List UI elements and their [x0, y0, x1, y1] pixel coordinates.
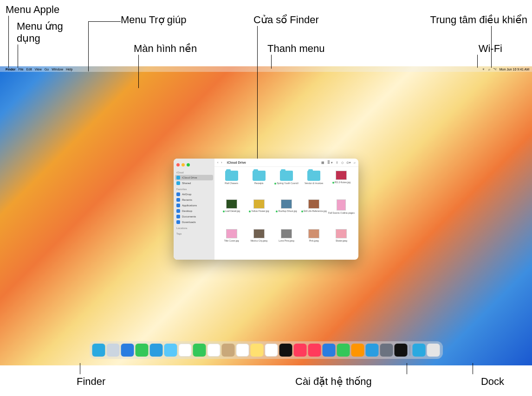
folder-icon	[253, 171, 266, 181]
file-label: Mexico City.jpeg	[251, 239, 267, 242]
file-item[interactable]: Still Life Reference.jpg	[301, 199, 327, 228]
file-item[interactable]: Yellow Flower.jpg	[246, 199, 272, 228]
dock-pages[interactable]	[351, 344, 364, 357]
img-icon	[336, 171, 347, 180]
desktop[interactable]: Finder File Edit View Go Window Help ᯤ ⌕…	[0, 66, 532, 365]
menu-file[interactable]: File	[18, 68, 23, 71]
dock-facetime[interactable]	[193, 344, 206, 357]
app-menu[interactable]: Finder	[6, 68, 15, 71]
minimize-button[interactable]	[182, 163, 185, 166]
dock-settings[interactable]	[380, 344, 393, 357]
spotlight-icon[interactable]: ⌕	[488, 68, 490, 71]
file-label: Lone Pine.jpeg	[279, 239, 294, 242]
dock-launchpad[interactable]	[107, 344, 120, 357]
file-item[interactable]: Mexico City.jpeg	[246, 229, 272, 256]
dock-calendar[interactable]	[208, 344, 221, 357]
sidebar-item-applications[interactable]: Applications	[174, 203, 214, 208]
file-item[interactable]: RD.2-Notes.jpg	[328, 171, 355, 198]
zoom-button[interactable]	[187, 163, 190, 166]
back-button[interactable]: ‹	[217, 161, 218, 164]
file-item[interactable]: Title Cover.jpg	[218, 229, 245, 256]
callout-dock: Dock	[481, 376, 504, 388]
dock-keynote[interactable]	[323, 344, 336, 357]
file-item[interactable]: Spring Youth Council	[273, 171, 299, 198]
file-item[interactable]: Rail Chasers	[218, 171, 245, 198]
dock-freeform[interactable]	[265, 344, 278, 357]
folder-icon	[307, 171, 320, 181]
file-label: Title Cover.jpg	[224, 239, 239, 242]
dock	[90, 341, 443, 359]
sidebar-item-documents[interactable]: Documents	[174, 214, 214, 219]
file-item[interactable]: Skater.jpeg	[328, 229, 355, 256]
tag-button[interactable]: ◇	[341, 161, 344, 165]
file-item[interactable]: Vendor & Invoices	[301, 171, 327, 198]
file-item[interactable]: Leaf Detail.jpg	[218, 199, 245, 228]
doc-icon	[337, 199, 346, 211]
finder-title: iCloud Drive	[227, 161, 246, 164]
callout-apple-menu: Menu Apple	[6, 4, 59, 16]
dock-appstore[interactable]	[366, 344, 379, 357]
menu-view[interactable]: View	[35, 68, 42, 71]
dock-photos[interactable]	[179, 344, 192, 357]
callout-app-menu: Menu ứng dụng	[17, 20, 63, 45]
img-icon	[336, 229, 347, 238]
img-icon	[308, 229, 319, 238]
datetime[interactable]: Mon Jun 10 9:41 AM	[500, 68, 529, 71]
group-button[interactable]: ≣ ▾	[327, 161, 333, 165]
sidebar-head-locations: Locations	[174, 225, 214, 230]
file-grid: Rail ChasersReceiptsSpring Youth Council…	[214, 167, 358, 260]
dock-maps[interactable]	[164, 344, 177, 357]
sidebar-head-tags: Tags	[174, 230, 214, 236]
wifi-icon[interactable]: ᯤ	[482, 68, 486, 71]
menu-go[interactable]: Go	[45, 68, 49, 71]
dock-messages[interactable]	[136, 344, 149, 357]
file-label: Fall Scents Outline.pages	[328, 211, 355, 214]
finder-toolbar: ‹ › iCloud Drive ▦ ≣ ▾ ⇪ ◇ ⊙▾ ⌕	[214, 159, 358, 167]
sidebar-item-shared[interactable]: Shared	[174, 180, 214, 186]
close-button[interactable]	[176, 163, 180, 166]
dock-mail[interactable]	[150, 344, 163, 357]
view-icons-button[interactable]: ▦	[321, 161, 324, 165]
sidebar-item-recents[interactable]: Recents	[174, 197, 214, 203]
sidebar-item-airdrop[interactable]: AirDrop	[174, 192, 214, 197]
dock-trash[interactable]	[427, 344, 440, 357]
search-button[interactable]: ⌕	[354, 161, 356, 164]
control-center-icon[interactable]: ⌥	[493, 67, 497, 71]
sidebar-item-downloads[interactable]: Downloads	[174, 219, 214, 225]
folder-icon	[225, 171, 238, 181]
callout-desktop: Màn hình nền	[134, 43, 197, 55]
img-icon	[281, 199, 292, 209]
dock-contacts[interactable]	[222, 344, 235, 357]
file-item[interactable]: Fall Scents Outline.pages	[328, 199, 355, 228]
dock-notes[interactable]	[251, 344, 264, 357]
file-label: Rail Chasers	[225, 182, 238, 185]
callout-menubar: Thanh menu	[267, 43, 325, 55]
finder-sidebar: iCloud iCloud Drive Shared Favorites Air…	[174, 159, 214, 260]
dock-safari[interactable]	[121, 344, 134, 357]
dock-finder[interactable]	[92, 344, 105, 357]
file-item[interactable]: Receipts	[246, 171, 272, 198]
callout-control-center: Trung tâm điều khiển	[430, 14, 527, 26]
share-button[interactable]: ⇪	[336, 161, 338, 165]
finder-main: ‹ › iCloud Drive ▦ ≣ ▾ ⇪ ◇ ⊙▾ ⌕ Rail Cha…	[214, 159, 358, 260]
dock-downloads[interactable]	[413, 344, 426, 357]
forward-button[interactable]: ›	[221, 161, 222, 164]
dock-news[interactable]	[308, 344, 321, 357]
action-button[interactable]: ⊙▾	[346, 161, 351, 165]
file-item[interactable]: Lone Pine.jpeg	[273, 229, 299, 256]
menu-window[interactable]: Window	[52, 68, 63, 71]
file-item[interactable]: Pink.jpeg	[301, 229, 327, 256]
menu-edit[interactable]: Edit	[26, 68, 32, 71]
dock-music[interactable]	[294, 344, 307, 357]
dock-iphone-mirror[interactable]	[395, 344, 408, 357]
dock-numbers[interactable]	[337, 344, 350, 357]
dock-reminders[interactable]	[236, 344, 249, 357]
finder-window[interactable]: iCloud iCloud Drive Shared Favorites Air…	[174, 159, 358, 260]
menu-help[interactable]: Help	[66, 68, 72, 71]
img-icon	[226, 229, 237, 238]
file-label: Spring Youth Council	[274, 182, 298, 185]
file-item[interactable]: Rooftop Shoot.jpg	[273, 199, 299, 228]
dock-tv[interactable]	[279, 344, 292, 357]
sidebar-item-desktop[interactable]: Desktop	[174, 208, 214, 214]
sidebar-item-icloud-drive[interactable]: iCloud Drive	[175, 175, 213, 180]
